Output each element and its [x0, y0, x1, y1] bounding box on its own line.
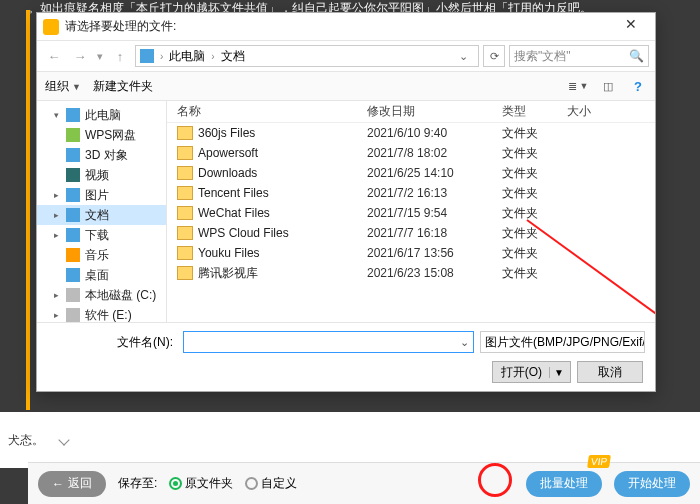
file-name: Apowersoft	[198, 146, 258, 160]
tree-item[interactable]: 桌面	[37, 265, 166, 285]
file-name: Downloads	[198, 166, 257, 180]
bottom-action-bar: ← 返回 保存至: 原文件夹 自定义 批量处理 开始处理	[28, 462, 700, 504]
folder-icon	[177, 146, 193, 160]
tree-label: 软件 (E:)	[85, 307, 132, 323]
tree-item[interactable]: ▸软件 (E:)	[37, 305, 166, 322]
nav-back-button[interactable]: ←	[43, 45, 65, 67]
close-button[interactable]: ✕	[613, 16, 649, 38]
folder-icon	[66, 268, 80, 282]
file-row[interactable]: Downloads2021/6/25 14:10文件夹	[167, 163, 655, 183]
folder-icon	[177, 246, 193, 260]
tree-item[interactable]: ▸图片	[37, 185, 166, 205]
file-row[interactable]: WPS Cloud Files2021/7/7 16:18文件夹	[167, 223, 655, 243]
save-to-label: 保存至:	[118, 475, 157, 492]
open-dropdown[interactable]: ▼	[549, 367, 568, 378]
file-row[interactable]: 360js Files2021/6/10 9:40文件夹	[167, 123, 655, 143]
tree-item[interactable]: 3D 对象	[37, 145, 166, 165]
tree-item[interactable]: 音乐	[37, 245, 166, 265]
file-type: 文件夹	[502, 185, 567, 202]
dialog-toolbar: 组织▼ 新建文件夹 ≣▼ ◫ ?	[37, 71, 655, 101]
orig-folder-radio[interactable]: 原文件夹	[169, 475, 233, 492]
filename-input[interactable]: ⌄	[183, 331, 474, 353]
file-list[interactable]: 名称 修改日期 类型 大小 360js Files2021/6/10 9:40文…	[167, 101, 655, 322]
tree-label: 此电脑	[85, 107, 121, 124]
filename-dropdown[interactable]: ⌄	[460, 336, 469, 349]
path-input[interactable]: › 此电脑 › 文档 ⌄	[135, 45, 479, 67]
vip-badge: VIP	[587, 455, 611, 468]
filename-label: 文件名(N):	[47, 334, 177, 351]
folder-icon	[66, 168, 80, 182]
folder-icon	[66, 208, 80, 222]
column-headers[interactable]: 名称 修改日期 类型 大小	[167, 101, 655, 123]
tree-label: 3D 对象	[85, 147, 128, 164]
nav-recent-button[interactable]: ▾	[95, 50, 105, 63]
folder-tree[interactable]: ▾此电脑WPS网盘3D 对象视频▸图片▸文档▸下载音乐桌面▸本地磁盘 (C:)▸…	[37, 101, 167, 322]
folder-icon	[177, 266, 193, 280]
pc-icon	[140, 49, 154, 63]
file-date: 2021/6/23 15:08	[367, 266, 502, 280]
new-folder-button[interactable]: 新建文件夹	[93, 78, 153, 95]
file-date: 2021/6/17 13:56	[367, 246, 502, 260]
tree-label: 图片	[85, 187, 109, 204]
folder-icon	[66, 288, 80, 302]
folder-icon	[177, 206, 193, 220]
tree-label: 音乐	[85, 247, 109, 264]
tree-item[interactable]: ▾此电脑	[37, 105, 166, 125]
file-type: 文件夹	[502, 165, 567, 182]
custom-folder-radio[interactable]: 自定义	[245, 475, 297, 492]
tree-item[interactable]: ▸下载	[37, 225, 166, 245]
tree-item[interactable]: WPS网盘	[37, 125, 166, 145]
file-type: 文件夹	[502, 145, 567, 162]
folder-icon	[66, 308, 80, 322]
search-icon: 🔍	[629, 49, 644, 63]
search-input[interactable]: 搜索"文档" 🔍	[509, 45, 649, 67]
batch-process-button[interactable]: 批量处理	[526, 471, 602, 497]
app-accent-bar	[26, 10, 30, 410]
col-type-header[interactable]: 类型	[502, 103, 567, 120]
file-name: Youku Files	[198, 246, 260, 260]
file-date: 2021/7/7 16:18	[367, 226, 502, 240]
help-button[interactable]: ?	[629, 79, 647, 94]
preview-pane-button[interactable]: ◫	[599, 77, 617, 95]
search-placeholder: 搜索"文档"	[514, 48, 571, 65]
col-name-header[interactable]: 名称	[167, 103, 367, 120]
file-row[interactable]: Tencent Files2021/7/2 16:13文件夹	[167, 183, 655, 203]
folder-icon	[177, 166, 193, 180]
refresh-button[interactable]: ⟳	[483, 45, 505, 67]
path-folder: 文档	[221, 48, 245, 65]
cancel-button[interactable]: 取消	[577, 361, 643, 383]
file-type: 文件夹	[502, 205, 567, 222]
tree-label: 下载	[85, 227, 109, 244]
folder-icon	[66, 248, 80, 262]
folder-icon	[66, 228, 80, 242]
file-name: WPS Cloud Files	[198, 226, 289, 240]
tree-label: WPS网盘	[85, 127, 136, 144]
tree-label: 本地磁盘 (C:)	[85, 287, 156, 304]
organize-menu[interactable]: 组织▼	[45, 78, 81, 95]
file-row[interactable]: WeChat Files2021/7/15 9:54文件夹	[167, 203, 655, 223]
open-button[interactable]: 打开(O)▼	[492, 361, 571, 383]
view-options-button[interactable]: ≣▼	[569, 77, 587, 95]
file-date: 2021/6/25 14:10	[367, 166, 502, 180]
nav-forward-button[interactable]: →	[69, 45, 91, 67]
status-text: 犬态。	[0, 430, 52, 451]
col-date-header[interactable]: 修改日期	[367, 103, 502, 120]
back-button[interactable]: ← 返回	[38, 471, 106, 497]
file-row[interactable]: 腾讯影视库2021/6/23 15:08文件夹	[167, 263, 655, 283]
tree-item[interactable]: ▸本地磁盘 (C:)	[37, 285, 166, 305]
col-size-header[interactable]: 大小	[567, 103, 655, 120]
start-process-button[interactable]: 开始处理	[614, 471, 690, 497]
app-icon	[43, 19, 59, 35]
file-date: 2021/7/15 9:54	[367, 206, 502, 220]
file-row[interactable]: Apowersoft2021/7/8 18:02文件夹	[167, 143, 655, 163]
tree-label: 文档	[85, 207, 109, 224]
nav-up-button[interactable]: ↑	[109, 45, 131, 67]
file-name: 腾讯影视库	[198, 265, 258, 282]
tree-item[interactable]: 视频	[37, 165, 166, 185]
tree-item[interactable]: ▸文档	[37, 205, 166, 225]
dialog-footer: 文件名(N): ⌄ 图片文件(BMP/JPG/PNG/Exif/⌄ 打开(O)▼…	[37, 322, 655, 391]
file-type-filter[interactable]: 图片文件(BMP/JPG/PNG/Exif/⌄	[480, 331, 645, 353]
folder-icon	[177, 186, 193, 200]
dialog-titlebar: 请选择要处理的文件: ✕	[37, 13, 655, 41]
path-dropdown-button[interactable]: ⌄	[453, 50, 474, 63]
